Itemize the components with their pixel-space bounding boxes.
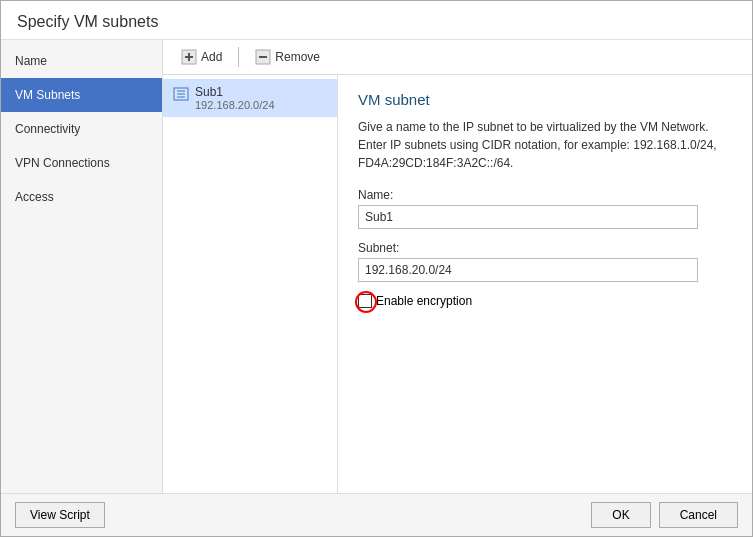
subnet-field-group: Subnet: bbox=[358, 241, 732, 282]
name-input[interactable] bbox=[358, 205, 698, 229]
subnet-input[interactable] bbox=[358, 258, 698, 282]
encrypt-checkbox[interactable] bbox=[358, 294, 372, 308]
add-label: Add bbox=[201, 50, 222, 64]
list-item-text: Sub1 192.168.20.0/24 bbox=[195, 85, 275, 111]
toolbar: Add Remove bbox=[163, 40, 752, 75]
footer-left: View Script bbox=[15, 502, 105, 528]
sidebar: Name VM Subnets Connectivity VPN Connect… bbox=[1, 40, 163, 493]
remove-button[interactable]: Remove bbox=[247, 46, 328, 68]
sidebar-item-vpn-connections[interactable]: VPN Connections bbox=[1, 146, 162, 180]
sidebar-item-access[interactable]: Access bbox=[1, 180, 162, 214]
dialog-footer: View Script OK Cancel bbox=[1, 493, 752, 536]
subnet-icon bbox=[173, 86, 189, 102]
view-script-button[interactable]: View Script bbox=[15, 502, 105, 528]
main-content: Add Remove bbox=[163, 40, 752, 493]
detail-panel: VM subnet Give a name to the IP subnet t… bbox=[338, 75, 752, 493]
encrypt-row: Enable encryption bbox=[358, 294, 732, 308]
list-item-subnet: 192.168.20.0/24 bbox=[195, 99, 275, 111]
footer-right: OK Cancel bbox=[591, 502, 738, 528]
svg-rect-2 bbox=[185, 56, 193, 58]
dialog-body: Name VM Subnets Connectivity VPN Connect… bbox=[1, 40, 752, 493]
toolbar-separator bbox=[238, 47, 239, 67]
sidebar-item-name[interactable]: Name bbox=[1, 44, 162, 78]
highlight-circle bbox=[355, 291, 377, 313]
list-panel: Sub1 192.168.20.0/24 bbox=[163, 75, 338, 493]
detail-title: VM subnet bbox=[358, 91, 732, 108]
sidebar-item-connectivity[interactable]: Connectivity bbox=[1, 112, 162, 146]
dialog-title: Specify VM subnets bbox=[1, 1, 752, 40]
remove-icon bbox=[255, 49, 271, 65]
content-area: Sub1 192.168.20.0/24 VM subnet Give a na… bbox=[163, 75, 752, 493]
subnet-label: Subnet: bbox=[358, 241, 732, 255]
ok-button[interactable]: OK bbox=[591, 502, 650, 528]
detail-description: Give a name to the IP subnet to be virtu… bbox=[358, 118, 732, 172]
remove-label: Remove bbox=[275, 50, 320, 64]
dialog: Specify VM subnets Name VM Subnets Conne… bbox=[0, 0, 753, 537]
list-item[interactable]: Sub1 192.168.20.0/24 bbox=[163, 79, 337, 117]
sidebar-item-vm-subnets[interactable]: VM Subnets bbox=[1, 78, 162, 112]
svg-rect-4 bbox=[259, 56, 267, 58]
name-field-group: Name: bbox=[358, 188, 732, 229]
name-label: Name: bbox=[358, 188, 732, 202]
list-item-name: Sub1 bbox=[195, 85, 275, 99]
encrypt-label: Enable encryption bbox=[376, 294, 472, 308]
add-button[interactable]: Add bbox=[173, 46, 230, 68]
cancel-button[interactable]: Cancel bbox=[659, 502, 738, 528]
add-icon bbox=[181, 49, 197, 65]
